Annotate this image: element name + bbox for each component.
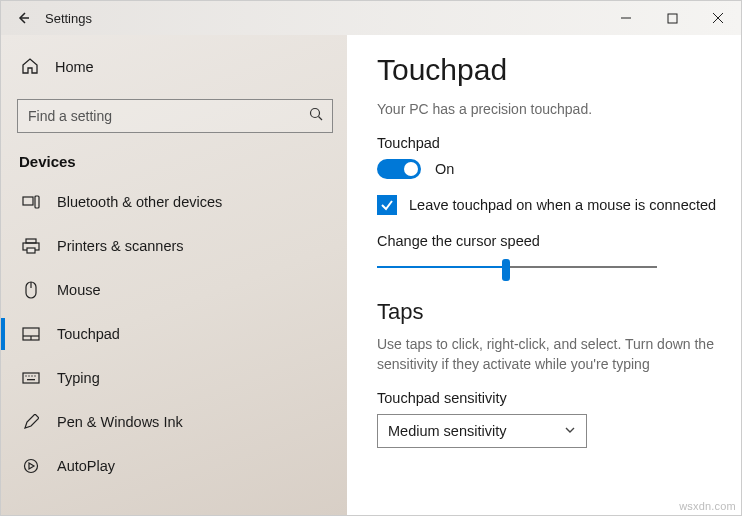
content-pane: Touchpad Your PC has a precision touchpa… [347, 35, 741, 515]
printer-icon [21, 238, 41, 254]
minimize-button[interactable] [603, 1, 649, 35]
touchpad-icon [21, 327, 41, 341]
svg-rect-8 [26, 239, 36, 243]
svg-point-20 [34, 375, 35, 376]
sensitivity-label: Touchpad sensitivity [377, 390, 721, 406]
maximize-button[interactable] [649, 1, 695, 35]
precision-text: Your PC has a precision touchpad. [377, 101, 721, 117]
sidebar-item-label: Mouse [57, 282, 101, 298]
search-box[interactable] [17, 99, 333, 133]
sidebar-item-label: Bluetooth & other devices [57, 194, 222, 210]
pen-icon [21, 414, 41, 430]
sidebar-item-label: Printers & scanners [57, 238, 184, 254]
search-icon [308, 106, 324, 126]
svg-point-22 [25, 460, 38, 473]
svg-point-4 [311, 109, 320, 118]
svg-rect-1 [668, 14, 677, 23]
svg-line-5 [319, 117, 323, 121]
sensitivity-value: Medium sensitivity [388, 423, 506, 439]
touchpad-toggle-label: Touchpad [377, 135, 721, 151]
leave-touchpad-checkbox[interactable] [377, 195, 397, 215]
search-input[interactable] [28, 108, 308, 124]
leave-touchpad-label: Leave touchpad on when a mouse is connec… [409, 197, 716, 213]
sidebar-item-label: Touchpad [57, 326, 120, 342]
home-label: Home [55, 59, 94, 75]
check-icon [380, 198, 394, 212]
mouse-icon [21, 281, 41, 299]
keyboard-icon [21, 372, 41, 384]
cursor-speed-slider[interactable] [377, 257, 657, 277]
sidebar-item-label: Pen & Windows Ink [57, 414, 183, 430]
autoplay-icon [21, 458, 41, 474]
close-icon [712, 12, 724, 24]
sidebar-item-label: AutoPlay [57, 458, 115, 474]
sidebar-item-bluetooth[interactable]: Bluetooth & other devices [1, 180, 347, 224]
sidebar-item-printers[interactable]: Printers & scanners [1, 224, 347, 268]
svg-rect-7 [35, 196, 39, 208]
sidebar-section-header: Devices [1, 145, 347, 180]
close-button[interactable] [695, 1, 741, 35]
page-title: Touchpad [377, 53, 721, 87]
home-icon [21, 57, 39, 78]
maximize-icon [667, 13, 678, 24]
sidebar-item-autoplay[interactable]: AutoPlay [1, 444, 347, 488]
svg-rect-10 [27, 248, 35, 253]
sensitivity-dropdown[interactable]: Medium sensitivity [377, 414, 587, 448]
titlebar: Settings [1, 1, 741, 35]
sidebar-item-label: Typing [57, 370, 100, 386]
sidebar-item-typing[interactable]: Typing [1, 356, 347, 400]
svg-point-19 [31, 375, 32, 376]
home-nav[interactable]: Home [1, 45, 347, 89]
touchpad-toggle[interactable] [377, 159, 421, 179]
slider-thumb[interactable] [502, 259, 510, 281]
svg-point-17 [25, 375, 26, 376]
svg-rect-6 [23, 197, 33, 205]
sidebar: Home Devices Bluetooth & other devices P… [1, 35, 347, 515]
sidebar-item-touchpad[interactable]: Touchpad [1, 312, 347, 356]
taps-description: Use taps to click, right-click, and sele… [377, 335, 717, 374]
watermark: wsxdn.com [679, 500, 736, 512]
sidebar-item-pen[interactable]: Pen & Windows Ink [1, 400, 347, 444]
taps-heading: Taps [377, 299, 721, 325]
devices-icon [21, 195, 41, 209]
svg-point-18 [28, 375, 29, 376]
toggle-state-text: On [435, 161, 454, 177]
svg-rect-21 [27, 379, 35, 380]
svg-rect-16 [23, 373, 39, 383]
window-title: Settings [45, 11, 92, 26]
minimize-icon [620, 12, 632, 24]
arrow-left-icon [15, 10, 31, 26]
back-button[interactable] [1, 10, 45, 26]
chevron-down-icon [564, 423, 576, 439]
cursor-speed-label: Change the cursor speed [377, 233, 721, 249]
sidebar-item-mouse[interactable]: Mouse [1, 268, 347, 312]
